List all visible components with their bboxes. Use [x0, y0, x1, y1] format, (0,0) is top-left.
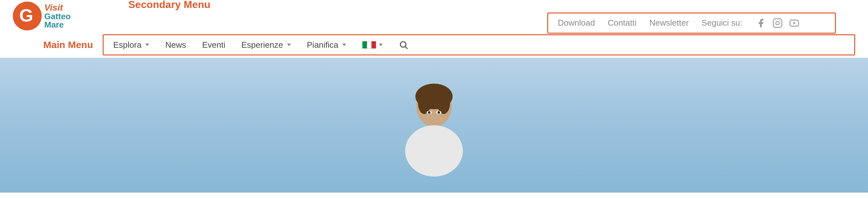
- eventi-label: Eventi: [202, 40, 225, 50]
- search-button[interactable]: [399, 40, 408, 50]
- logo-visit: Visit: [44, 3, 70, 12]
- main-menu-label: Main Menu: [13, 39, 103, 50]
- flag-red: [371, 41, 376, 48]
- svg-text:G: G: [19, 5, 33, 25]
- facebook-icon[interactable]: [755, 17, 767, 29]
- nav-bar: Main Menu Esplora News Eventi Esperienze: [0, 32, 868, 58]
- logo-svg: G: [16, 5, 38, 27]
- nav-esperienze[interactable]: Esperienze: [241, 40, 290, 50]
- top-bar: G Visit Gatteo Mare Secondary Menu Downl…: [0, 0, 868, 32]
- search-icon: [399, 40, 408, 50]
- logo-circle: G: [13, 2, 42, 30]
- svg-point-2: [776, 21, 779, 25]
- svg-point-13: [405, 125, 463, 176]
- svg-rect-1: [773, 19, 782, 27]
- logo-gatteo: Gatteo: [44, 12, 70, 21]
- secondary-section: Secondary Menu Download Contatti Newslet…: [103, 0, 855, 34]
- svg-point-3: [779, 20, 780, 21]
- instagram-icon[interactable]: [772, 17, 783, 29]
- flag-green: [363, 41, 367, 48]
- nav-esplora[interactable]: Esplora: [113, 40, 149, 50]
- language-selector[interactable]: [362, 41, 383, 49]
- secondary-menu-box: Download Contatti Newsletter Seguici su:: [547, 12, 836, 34]
- esperienze-chevron: [287, 43, 291, 46]
- seguici-label: Seguici su:: [702, 18, 742, 28]
- flag-icon: [362, 41, 376, 49]
- flag-white: [367, 41, 371, 48]
- nav-eventi[interactable]: Eventi: [202, 40, 225, 50]
- download-link[interactable]: Download: [558, 18, 595, 28]
- header: G Visit Gatteo Mare Secondary Menu Downl…: [0, 0, 868, 58]
- svg-point-16: [428, 111, 431, 114]
- logo-mare: Mare: [44, 21, 70, 29]
- svg-line-7: [405, 47, 407, 49]
- logo-area[interactable]: G Visit Gatteo Mare: [13, 2, 103, 30]
- esplora-label: Esplora: [113, 40, 142, 50]
- secondary-menu-label: Secondary Menu: [128, 0, 210, 10]
- svg-marker-5: [794, 22, 796, 24]
- logo-text: Visit Gatteo Mare: [44, 3, 70, 29]
- news-label: News: [165, 40, 186, 50]
- svg-point-17: [437, 111, 440, 114]
- esperienze-label: Esperienze: [241, 40, 283, 50]
- svg-point-11: [437, 92, 450, 114]
- contatti-link[interactable]: Contatti: [608, 18, 637, 28]
- person-silhouette: [399, 80, 469, 193]
- pianifica-chevron: [342, 43, 346, 46]
- hero-section: [0, 58, 868, 193]
- svg-point-10: [418, 92, 431, 114]
- esplora-chevron: [145, 43, 149, 46]
- pianifica-label: Pianifica: [307, 40, 338, 50]
- youtube-icon[interactable]: [788, 17, 800, 29]
- social-icons: [755, 17, 800, 29]
- nav-pianifica[interactable]: Pianifica: [307, 40, 346, 50]
- main-menu-box: Esplora News Eventi Esperienze Pianifica: [103, 34, 855, 56]
- language-chevron: [379, 43, 383, 46]
- nav-news[interactable]: News: [165, 40, 186, 50]
- svg-point-6: [400, 42, 406, 47]
- newsletter-link[interactable]: Newsletter: [649, 18, 689, 28]
